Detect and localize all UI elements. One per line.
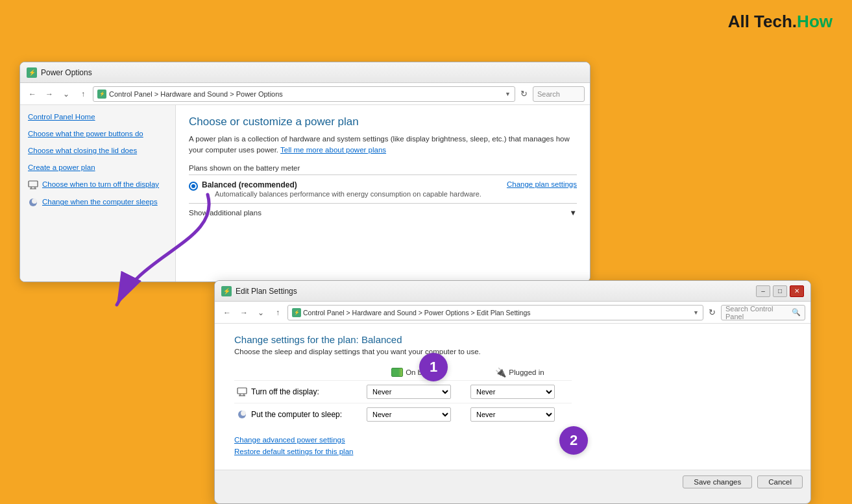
sleep-battery-select[interactable]: Never 15 minutes 30 minutes [367,407,451,422]
display-plugged-select-wrap[interactable]: Never 1 minute 5 minutes [470,385,555,399]
row2-label-cell: Put the computer to sleep: [234,403,364,426]
sleep-plugged-select[interactable]: Never 15 minutes 30 minutes [470,407,555,422]
up-button-2[interactable]: ↑ [271,306,285,320]
row2-battery-cell: Never 15 minutes 30 minutes [364,403,468,426]
plan-left: Balanced (recommended) Automatically bal… [189,180,481,198]
history-button[interactable]: ⌄ [59,87,73,101]
row1-plugged-cell: Never 1 minute 5 minutes [468,380,572,403]
sidebar: Control Panel Home Choose what the power… [20,105,176,282]
sidebar-home[interactable]: Control Panel Home [28,112,167,122]
back-button[interactable]: ← [25,87,40,101]
sleep-icon [28,197,38,208]
search-box-2[interactable]: Search Control Panel 🔍 [721,305,805,320]
path-icon: ⚡ [97,90,106,99]
up-button[interactable]: ↑ [76,87,90,101]
back-button-2[interactable]: ← [220,306,234,320]
search-placeholder-1: Search [537,90,560,98]
address-dropdown-icon: ▼ [505,91,511,97]
display-icon-row1 [237,387,247,397]
change-plan-link[interactable]: Change plan settings [507,180,577,188]
window1-body: Control Panel Home Choose what the power… [20,105,590,282]
window2-icon: ⚡ [221,286,232,296]
window-title-1: Power Options [41,68,92,77]
power-plans-link[interactable]: Tell me more about power plans [280,146,386,154]
forward-button-2[interactable]: → [237,306,251,320]
column-header-label [234,365,364,380]
display-battery-select-wrap[interactable]: Never 1 minute 5 minutes [367,385,451,399]
w2-subtitle: Choose the sleep and display settings th… [234,348,791,355]
main-content-1: Choose or customize a power plan A power… [176,105,590,282]
sidebar-item-sleep[interactable]: Change when the computer sleeps [28,197,167,208]
w2-links: Change advanced power settings Restore d… [234,432,791,463]
window2-body: Change settings for the plan: Balanced C… [215,324,810,470]
main-title-1: Choose or customize a power plan [189,115,577,128]
search-box-1[interactable]: Search [533,86,585,102]
save-changes-button[interactable]: Save changes [683,475,752,488]
settings-grid: On battery 🔌 Plugged in Turn off the dis… [234,365,791,426]
plan-radio[interactable] [189,182,198,191]
power-options-window: ⚡ Power Options ← → ⌄ ↑ ⚡ Control Panel … [19,62,590,282]
main-desc-1: A power plan is a collection of hardware… [189,134,577,156]
sidebar-link-turn-off-display[interactable]: Choose when to turn off the display [42,179,159,189]
brand-logo: All Tech.How [728,12,833,32]
address-path-1: Control Panel > Hardware and Sound > Pow… [109,90,283,98]
row2-plugged-cell: Never 15 minutes 30 minutes [468,403,572,426]
edit-plan-settings-window: ⚡ Edit Plan Settings – □ ✕ ← → ⌄ ↑ ⚡ Con… [214,280,811,504]
titlebar-1: ⚡ Power Options [20,62,590,83]
address-bar-1[interactable]: ⚡ Control Panel > Hardware and Sound > P… [93,86,515,102]
w2-footer: Save changes Cancel [215,470,810,493]
brand-prefix: All Tech. [728,12,797,31]
window-title-2: Edit Plan Settings [236,287,297,296]
advanced-settings-link[interactable]: Change advanced power settings [234,436,791,444]
address-path-2: Control Panel > Hardware and Sound > Pow… [303,309,531,317]
svg-rect-0 [29,181,38,187]
cancel-button[interactable]: Cancel [757,475,803,488]
sleep-battery-select-wrap[interactable]: Never 15 minutes 30 minutes [367,407,451,422]
sidebar-link-power-buttons[interactable]: Choose what the power buttons do [28,128,167,139]
sidebar-item-display[interactable]: Choose when to turn off the display [28,179,167,190]
plan-name: Balanced (recommended) [202,180,481,189]
address-dropdown-icon-2: ▼ [693,309,699,316]
row1-battery-cell: Never 1 minute 5 minutes [364,380,468,403]
sidebar-link-closing-lid[interactable]: Choose what closing the lid does [28,145,167,156]
row2-label: Put the computer to sleep: [251,410,342,419]
address-bar-2[interactable]: ⚡ Control Panel > Hardware and Sound > P… [287,305,703,320]
battery-icon [391,368,403,377]
restore-defaults-link[interactable]: Restore default settings for this plan [234,448,791,455]
plan-info: Balanced (recommended) Automatically bal… [202,180,481,198]
step-badge-2: 2 [559,426,588,455]
nav-bar-2: ← → ⌄ ↑ ⚡ Control Panel > Hardware and S… [215,302,810,324]
minimize-button[interactable]: – [756,285,770,297]
search-icon-2: 🔍 [792,308,801,317]
forward-button[interactable]: → [42,87,56,101]
step-badge-1: 1 [419,353,448,381]
show-additional-plans[interactable]: Show additional plans ▼ [189,203,577,217]
row1-label-cell: Turn off the display: [234,380,364,403]
plugged-icon: 🔌 [495,367,506,378]
window-icon: ⚡ [27,67,37,78]
sidebar-link-sleep[interactable]: Change when the computer sleeps [42,197,158,207]
sleep-plugged-select-wrap[interactable]: Never 15 minutes 30 minutes [470,407,555,422]
column-header-plugged: 🔌 Plugged in [468,365,572,380]
brand-suffix: How [797,12,833,31]
display-plugged-select[interactable]: Never 1 minute 5 minutes [470,385,555,399]
display-battery-select[interactable]: Never 1 minute 5 minutes [367,385,451,399]
nav-bar-1: ← → ⌄ ↑ ⚡ Control Panel > Hardware and S… [20,83,590,105]
refresh-button-2[interactable]: ↻ [706,306,718,318]
plan-item-balanced: Balanced (recommended) Automatically bal… [189,180,577,198]
window-controls: – □ ✕ [756,285,804,297]
maximize-button[interactable]: □ [773,285,787,297]
sleep-icon-row2 [237,409,247,420]
w2-main-title: Change settings for the plan: Balanced [234,334,791,345]
path-icon-2: ⚡ [292,308,301,317]
sidebar-link-create-plan[interactable]: Create a power plan [28,162,167,173]
plans-header: Plans shown on the battery meter [189,164,577,175]
refresh-button-1[interactable]: ↻ [518,88,530,100]
history-button-2[interactable]: ⌄ [254,306,268,320]
svg-point-11 [241,411,246,416]
svg-rect-6 [237,388,247,394]
display-icon [28,180,38,190]
column-header-battery: On battery [364,365,468,380]
close-button[interactable]: ✕ [790,285,804,297]
plan-desc: Automatically balances performance with … [215,190,481,198]
